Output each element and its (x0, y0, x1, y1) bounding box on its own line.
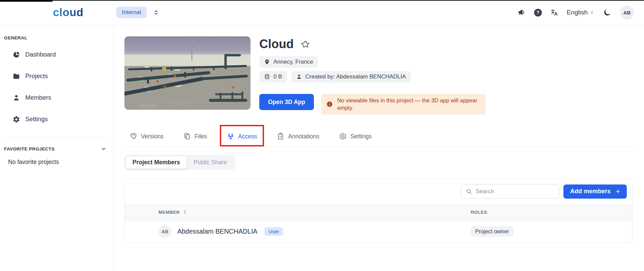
members-panel: Add members + MEMBER ROLES AB Abdessalam… (124, 179, 633, 243)
sidebar-item-label: Projects (25, 72, 48, 80)
tab-label: Settings (350, 133, 372, 140)
search-input[interactable] (476, 188, 555, 195)
member-name: Abdessalam BENCHADLIA (177, 228, 257, 235)
subtab-public-share[interactable]: Public Share (187, 156, 234, 169)
sidebar-item-label: Settings (25, 115, 48, 123)
sidebar-item-settings[interactable]: Settings (0, 108, 113, 130)
sidebar-item-members[interactable]: Members (0, 87, 113, 108)
main-content: Cloud Annecy, France (114, 25, 644, 271)
database-icon (264, 74, 270, 80)
add-members-label: Add members (570, 188, 611, 195)
page-title: Cloud (259, 37, 294, 51)
top-header: cloud Internal ? English AB (0, 0, 644, 25)
tab-files[interactable]: Files (183, 133, 207, 140)
sidebar-divider (4, 137, 109, 138)
info-icon (326, 101, 333, 107)
project-tabs: Versions Files Access Annotations (124, 127, 633, 146)
person-icon (296, 74, 302, 80)
created-by-badge: Created by: Abdessalam BENCHADLIA (291, 71, 411, 82)
tab-label: Annotations (288, 133, 319, 140)
files-icon (183, 133, 191, 140)
column-label: MEMBER (158, 210, 180, 215)
app-logo[interactable]: cloud (53, 6, 84, 19)
favorites-empty-text: No favorite projects (8, 159, 113, 166)
tab-label: Versions (141, 133, 164, 140)
pie-chart-icon (12, 51, 20, 59)
location-text: Annecy, France (273, 59, 313, 65)
size-text: 0 B (273, 73, 282, 80)
column-header-member[interactable]: MEMBER (125, 210, 471, 215)
tab-annotations[interactable]: Annotations (277, 133, 319, 140)
people-icon (227, 133, 234, 140)
tab-settings[interactable]: Settings (339, 133, 372, 140)
gear-icon (339, 133, 347, 140)
folder-icon (12, 72, 20, 80)
sidebar-section-favorites: FAVORITE PROJECTS (4, 146, 55, 151)
chevron-updown-icon (590, 10, 594, 15)
created-by-text: Created by: Abdessalam BENCHADLIA (305, 73, 406, 80)
sidebar-item-projects[interactable]: Projects (0, 65, 113, 87)
warning-banner: No viewable files in this project — the … (321, 94, 486, 114)
user-avatar[interactable]: AB (620, 6, 634, 20)
project-thumbnail (124, 36, 251, 110)
chevron-updown-icon[interactable] (153, 9, 159, 16)
megaphone-icon[interactable] (517, 8, 526, 17)
size-badge: 0 B (259, 71, 287, 82)
sidebar: GENERAL Dashboard Projects Members Setti… (0, 25, 114, 271)
chevron-down-icon[interactable] (100, 146, 107, 152)
tab-label: Access (238, 133, 257, 140)
table-row: AB Abdessalam BENCHADLIA User Project ow… (125, 221, 632, 242)
warning-text: No viewable files in this project — the … (337, 97, 478, 112)
sidebar-item-label: Dashboard (25, 51, 56, 58)
favorite-star-icon[interactable] (301, 40, 310, 49)
translate-icon[interactable] (550, 8, 558, 16)
workspace-selector[interactable]: Internal (116, 7, 160, 18)
open-3d-app-button[interactable]: Open 3D App (259, 94, 314, 110)
person-icon (12, 94, 20, 102)
language-selector[interactable]: English (567, 9, 594, 16)
location-pin-icon (264, 59, 270, 65)
tag-icon (130, 133, 137, 140)
search-box (461, 184, 559, 199)
member-role-badge: Project owner (471, 226, 514, 237)
member-avatar: AB (158, 225, 171, 238)
column-header-roles: ROLES (471, 210, 632, 215)
gear-icon (12, 115, 20, 123)
add-members-button[interactable]: Add members + (563, 184, 627, 199)
screenshot-top-line (0, 0, 644, 1)
access-subtabs: Project Members Public Share (124, 155, 235, 170)
search-icon (466, 188, 472, 195)
sidebar-item-label: Members (25, 94, 51, 101)
sidebar-item-dashboard[interactable]: Dashboard (0, 44, 113, 65)
dark-mode-icon[interactable] (603, 8, 612, 17)
plus-icon: + (616, 188, 620, 195)
sidebar-section-general: GENERAL (4, 35, 113, 40)
tab-versions[interactable]: Versions (130, 133, 164, 140)
sort-icon (182, 210, 187, 215)
clipboard-icon (277, 133, 284, 140)
workspace-badge[interactable]: Internal (116, 7, 147, 18)
member-type-badge: User (264, 227, 283, 236)
screenshot-top-bar (0, 0, 53, 2)
subtab-project-members[interactable]: Project Members (126, 156, 187, 169)
header-actions: ? English AB (517, 6, 634, 20)
tab-access[interactable]: Access (227, 133, 257, 140)
help-icon[interactable]: ? (534, 9, 542, 16)
location-badge: Annecy, France (259, 56, 318, 68)
tab-label: Files (195, 133, 207, 140)
language-label: English (567, 9, 588, 16)
table-header: MEMBER ROLES (125, 204, 632, 221)
